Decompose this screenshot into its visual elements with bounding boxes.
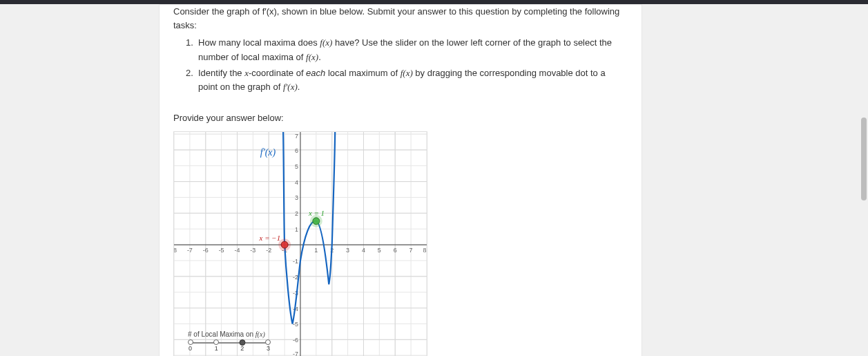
instruction-list: 1. How many local maxima does f(x) have?… — [173, 32, 628, 100]
slider-labels: 0 1 2 3 — [189, 345, 270, 352]
text-fragment: local maximum of — [325, 68, 400, 78]
math-f-of-x: f(x) — [320, 37, 332, 48]
svg-text:2: 2 — [295, 211, 298, 218]
svg-text:1: 1 — [295, 226, 298, 233]
svg-text:5: 5 — [378, 247, 381, 254]
instruction-text: How many local maxima does f(x) have? Us… — [198, 36, 615, 65]
instruction-2: 2. Identify the x-coordinate of each loc… — [186, 66, 615, 95]
maxima-count-slider[interactable]: # of Local Maxima on f(x) 0 1 2 3 — [188, 330, 271, 352]
svg-text:-6: -6 — [203, 247, 209, 254]
math-f-of-x: f(x) — [255, 330, 265, 338]
svg-text:-6: -6 — [293, 337, 298, 344]
svg-text:4: 4 — [362, 247, 365, 254]
instruction-text: Identify the x-coordinate of each local … — [198, 66, 615, 95]
text-fragment: . — [298, 82, 300, 92]
text-fragment: . — [318, 52, 321, 62]
slider-track[interactable] — [191, 342, 268, 344]
slider-label: 0 — [189, 345, 192, 352]
svg-text:-2: -2 — [293, 274, 298, 281]
text-emphasis: each — [306, 68, 325, 78]
svg-text:-2: -2 — [266, 247, 271, 254]
answer-prompt: Provide your answer below: — [173, 113, 628, 123]
text-fragment: -coordinate of — [249, 68, 306, 78]
slider-tick-0[interactable] — [188, 339, 193, 345]
instruction-1: 1. How many local maxima does f(x) have?… — [186, 36, 615, 65]
slider-label: 3 — [267, 345, 270, 352]
red-dot-label: x = −1 — [259, 234, 281, 242]
svg-text:-8: -8 — [174, 247, 177, 254]
svg-point-77 — [281, 241, 288, 248]
question-intro: Consider the graph of f′(x), shown in bl… — [173, 5, 628, 32]
svg-point-79 — [313, 218, 320, 225]
svg-text:6: 6 — [295, 147, 298, 154]
fprime-label: f′(x) — [260, 147, 276, 158]
slider-tick-1[interactable] — [213, 339, 219, 345]
text-fragment: How many local maxima does — [198, 37, 320, 48]
page-content: Consider the graph of f′(x), shown in bl… — [0, 4, 868, 356]
math-f-prime-of-x: f′(x) — [283, 82, 298, 92]
svg-text:3: 3 — [346, 247, 349, 254]
svg-text:-7: -7 — [293, 350, 298, 356]
green-movable-dot[interactable] — [310, 215, 322, 227]
slider-tick-2[interactable] — [239, 339, 245, 346]
svg-text:-7: -7 — [187, 247, 193, 254]
math-f-of-x: f(x) — [401, 68, 413, 78]
y-axis-labels: 1234567 -1-2-3-4-5-6-7 — [293, 133, 298, 356]
svg-text:6: 6 — [394, 247, 397, 254]
math-f-of-x: f(x) — [306, 52, 318, 62]
question-card: Consider the graph of f′(x), shown in bl… — [159, 4, 642, 356]
text-fragment: Identify the — [198, 68, 244, 78]
svg-text:8: 8 — [423, 247, 426, 254]
svg-text:1: 1 — [314, 247, 318, 254]
slider-label: 2 — [240, 345, 244, 352]
slider-label: 1 — [215, 345, 218, 352]
svg-text:4: 4 — [295, 179, 298, 186]
svg-text:-3: -3 — [250, 247, 255, 254]
red-movable-dot[interactable] — [278, 238, 291, 251]
interactive-graph[interactable]: -8-7-6-5-4-3-2-1 12345678 1234567 -1-2-3… — [173, 131, 427, 356]
slider-tick-3[interactable] — [265, 339, 271, 345]
graph-svg: -8-7-6-5-4-3-2-1 12345678 1234567 -1-2-3… — [174, 132, 427, 356]
fprime-curve — [283, 132, 335, 324]
instruction-number: 2. — [186, 66, 195, 95]
slider-title: # of Local Maxima on f(x) — [188, 330, 271, 338]
instruction-number: 1. — [186, 36, 195, 65]
svg-text:-5: -5 — [293, 321, 298, 328]
svg-text:5: 5 — [295, 163, 298, 170]
svg-text:3: 3 — [295, 195, 298, 202]
svg-text:-1: -1 — [293, 258, 298, 265]
svg-text:7: 7 — [409, 247, 413, 254]
text-fragment: # of Local Maxima on — [188, 330, 255, 338]
svg-text:7: 7 — [295, 133, 298, 140]
svg-text:-4: -4 — [235, 247, 240, 254]
scrollbar-thumb[interactable] — [861, 118, 867, 200]
svg-text:-5: -5 — [219, 247, 224, 254]
